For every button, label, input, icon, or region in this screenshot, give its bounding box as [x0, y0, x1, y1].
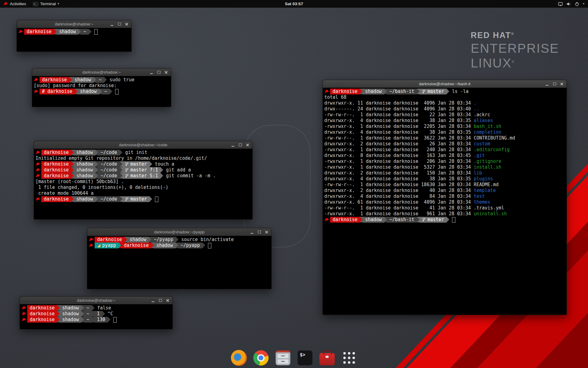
- minimize-button[interactable]: [544, 81, 550, 87]
- terminal-cursor: [115, 89, 119, 94]
- prompt-segment-host: shadow: [74, 167, 95, 173]
- prompt-segment-git: master: [123, 161, 149, 167]
- close-button[interactable]: [124, 21, 130, 27]
- prompt-segment-path: ~/code: [98, 196, 119, 202]
- minimize-button[interactable]: [150, 297, 156, 303]
- window-titlebar[interactable]: darknoise@shadow:~/pyapp: [87, 228, 271, 236]
- terminal-window[interactable]: darknoise@shadow:~ darknoiseshadow~: [17, 20, 132, 52]
- terminal-line: pyappdarknoiseshadow~/pyapp: [89, 243, 271, 248]
- activities-button[interactable]: Activities: [0, 0, 29, 8]
- desktop: RED HAT® ENTERPRISE LINUX® darknoise@sha…: [0, 0, 588, 368]
- powerline-arrow: [95, 167, 98, 173]
- maximize-button[interactable]: [116, 21, 122, 27]
- terminal-body[interactable]: darknoiseshadow~ sudo true[sudo] passwor…: [32, 76, 171, 107]
- window-controls: [150, 297, 171, 303]
- terminal-body[interactable]: darknoiseshadow~ falsedarknoiseshadow~1 …: [20, 304, 172, 329]
- terminal-window[interactable]: darknoise@shadow:~ darknoiseshadow~ sudo…: [32, 68, 171, 107]
- minimize-button[interactable]: [109, 21, 115, 27]
- display-icon[interactable]: [558, 2, 563, 6]
- app-menu-terminal[interactable]: >_ Terminal ▾: [29, 0, 62, 8]
- terminal-window[interactable]: darknoise@shadow:~ darknoiseshadow~ fals…: [20, 296, 173, 329]
- window-titlebar[interactable]: darknoise@shadow:~/bash-it: [323, 80, 567, 88]
- terminal-window[interactable]: darknoise@shadow:~/pyapp darknoiseshadow…: [87, 228, 272, 289]
- maximize-button[interactable]: [156, 69, 162, 75]
- toolbox-icon[interactable]: [318, 349, 336, 366]
- terminal-icon[interactable]: $>: [296, 349, 314, 366]
- prompt-segment-user: darknoise: [41, 196, 71, 202]
- clock[interactable]: Sat 03:57: [285, 2, 303, 6]
- terminal-line: darknoiseshadow~/bash-itmaster: [324, 217, 567, 223]
- chrome-icon[interactable]: [252, 349, 270, 366]
- window-titlebar[interactable]: darknoise@shadow:~: [17, 20, 131, 28]
- redhat-branding: RED HAT® ENTERPRISE LINUX®: [471, 31, 559, 71]
- redhat-icon: [21, 317, 26, 323]
- powerline-arrow: [104, 77, 107, 82]
- terminal-text: install.sh: [474, 164, 501, 170]
- powerline-arrow: [81, 317, 84, 322]
- terminal-text: -rwxrwxr-x. 1 darknoise darknoise 206 Ja…: [324, 159, 474, 164]
- terminal-text: aliases: [474, 118, 493, 124]
- window-controls: [544, 81, 565, 87]
- powerline-arrow: [75, 89, 77, 94]
- volume-icon[interactable]: [566, 2, 571, 6]
- close-button[interactable]: [165, 297, 171, 303]
- system-tray[interactable]: ▾: [558, 0, 588, 8]
- file-cabinet-icon[interactable]: [274, 349, 292, 366]
- window-titlebar[interactable]: darknoise@shadow:~: [20, 297, 172, 305]
- maximize-button[interactable]: [237, 142, 243, 148]
- prompt-segment-path: ~/bash-it: [387, 217, 417, 223]
- window-titlebar[interactable]: darknoise@shadow:~/code: [34, 141, 252, 149]
- terminal-line: drwxrwxr-x. 11 darknoise darknoise 4096 …: [324, 100, 567, 106]
- powerline-arrow: [447, 89, 449, 94]
- prompt-segment-git: master: [420, 217, 447, 223]
- terminal-body[interactable]: darknoiseshadow~/pyapp source bin/activa…: [87, 236, 271, 289]
- terminal-text: .git: [474, 153, 485, 159]
- power-icon[interactable]: [575, 2, 579, 6]
- maximize-button[interactable]: [552, 81, 557, 87]
- terminal-text: drwxrwxr-x. 8 darknoise darknoise 163 Ja…: [324, 153, 474, 159]
- terminal-cursor: [113, 317, 117, 323]
- maximize-button[interactable]: [256, 229, 262, 235]
- window-titlebar[interactable]: darknoise@shadow:~: [32, 68, 171, 76]
- powerline-arrow: [81, 311, 84, 316]
- prompt-segment-user: darknoise: [24, 29, 54, 35]
- close-button[interactable]: [245, 142, 251, 148]
- maximize-button[interactable]: [157, 297, 163, 303]
- powerline-arrow: [71, 173, 74, 178]
- terminal-text: 1 file changed, 0 insertions(+), 0 delet…: [36, 185, 168, 190]
- terminal-window[interactable]: darknoise@shadow:~/code darknoiseshadow~…: [34, 141, 253, 220]
- window-title: darknoise@shadow:~/code: [34, 141, 252, 149]
- redhat-icon: [21, 311, 26, 317]
- app-grid-icon[interactable]: [341, 349, 358, 366]
- terminal-text: drwx------. 24 darknoise darknoise 4096 …: [324, 106, 474, 112]
- minimize-button[interactable]: [230, 142, 236, 148]
- terminal-body[interactable]: darknoiseshadow~/bash-itmaster ls -latot…: [323, 88, 567, 315]
- terminal-text: drwxrwxr-x. 4 darknoise darknoise 38 Jan…: [324, 176, 474, 182]
- prompt-segment-host: shadow: [363, 89, 384, 94]
- powerline-arrow: [160, 173, 163, 178]
- redhat-icon: [34, 77, 39, 83]
- terminal-line: -rw-rw-r--. 1 darknoise darknoise 22 Jan…: [324, 112, 567, 118]
- redhat-icon: [36, 167, 40, 173]
- prompt-segment-path: ~/pyapp: [178, 243, 202, 248]
- minimize-button[interactable]: [249, 229, 255, 235]
- close-button[interactable]: [264, 229, 270, 235]
- powerline-arrow: [92, 311, 95, 316]
- terminal-cursor: [208, 243, 211, 248]
- terminal-body[interactable]: darknoiseshadow~/code git initInitialize…: [34, 149, 252, 219]
- minimize-button[interactable]: [149, 69, 154, 75]
- terminal-text: -rwxrwxr-x. 1 darknoise darknoise 240 Ja…: [324, 147, 474, 153]
- terminal-window[interactable]: darknoise@shadow:~/bash-it darknoiseshad…: [322, 80, 567, 315]
- redhat-icon: [18, 29, 23, 35]
- powerline-arrow: [57, 317, 60, 322]
- firefox-icon[interactable]: [230, 349, 247, 366]
- close-button[interactable]: [163, 69, 169, 75]
- powerline-arrow: [89, 29, 92, 34]
- prompt-segment-user: darknoise: [330, 89, 360, 94]
- redhat-icon: [36, 196, 40, 202]
- terminal-text: -rw-rw-r--. 1 darknoise darknoise 22 Jan…: [324, 112, 490, 118]
- terminal-text: test: [474, 194, 485, 199]
- prompt-segment-git: master S:1: [123, 173, 160, 179]
- terminal-body[interactable]: darknoiseshadow~: [17, 28, 131, 52]
- close-button[interactable]: [559, 81, 565, 87]
